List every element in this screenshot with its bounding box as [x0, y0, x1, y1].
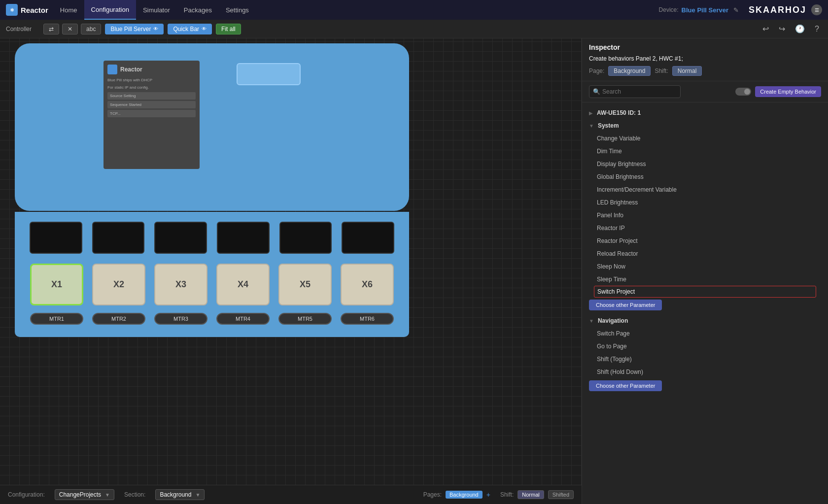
search-input[interactable]: [589, 85, 681, 98]
blue-pill-server-btn[interactable]: Blue Pill Server 👁: [105, 24, 164, 34]
screen-logo-icon: [107, 65, 117, 74]
item-switch-project[interactable]: Switch Project: [594, 286, 816, 298]
section-system[interactable]: ▼ System: [582, 119, 828, 132]
quick-bar-btn[interactable]: Quick Bar 👁: [168, 24, 212, 34]
redo-btn[interactable]: ↪: [776, 24, 788, 34]
item-go-to-page[interactable]: Go to Page: [582, 340, 828, 353]
app-logo-icon: ⚛: [6, 4, 18, 16]
inspector-list: ▶ AW-UE150 ID: 1 ▼ System Change Variabl…: [582, 102, 828, 504]
config-dropdown[interactable]: ChangeProjects ▼: [55, 489, 114, 500]
item-sleep-time[interactable]: Sleep Time: [582, 273, 828, 286]
nav-configuration[interactable]: Configuration: [84, 0, 136, 20]
chevron-right-icon: ▶: [589, 110, 593, 116]
main-btn-x4[interactable]: X4: [216, 264, 270, 305]
main-layout: Reactor Blue Pill ships with DHCP For st…: [0, 38, 828, 504]
brand-logo: SKAARHOJ: [749, 5, 806, 15]
device-top-button[interactable]: [237, 63, 301, 85]
add-page-btn[interactable]: +: [486, 491, 490, 499]
item-increment-decrement[interactable]: Increment/Decrement Variable: [582, 183, 828, 196]
shift-shifted-btn[interactable]: Shifted: [548, 490, 574, 499]
controller-display[interactable]: Reactor Blue Pill ships with DHCP For st…: [0, 38, 582, 485]
inspector-subtitle: Create behaviors Panel 2, HWC #1;: [589, 55, 821, 62]
nav-home[interactable]: Home: [53, 0, 84, 20]
search-icon: 🔍: [593, 88, 600, 95]
mtr-label-2: MTR2: [92, 313, 145, 325]
item-display-brightness[interactable]: Display Brightness: [582, 158, 828, 170]
item-reactor-ip[interactable]: Reactor IP: [582, 222, 828, 235]
controller-label: Controller: [6, 26, 32, 33]
item-panel-info[interactable]: Panel Info: [582, 209, 828, 222]
display-row: [30, 222, 394, 254]
screen-item-1: Source Setting: [107, 92, 196, 100]
page-label: Page:: [589, 67, 604, 74]
item-reload-reactor[interactable]: Reload Reactor: [582, 247, 828, 260]
brand-icon[interactable]: ☰: [811, 4, 822, 15]
shift-section: Shift: Normal Shifted: [500, 490, 574, 499]
item-change-variable[interactable]: Change Variable: [582, 132, 828, 145]
toolbar-icon-btn-1[interactable]: ⇄: [43, 24, 59, 34]
search-row: 🔍 Create Empty Behavior: [582, 81, 828, 102]
section-dropdown[interactable]: Background ▼: [155, 489, 205, 500]
main-btn-x5[interactable]: X5: [278, 264, 332, 305]
device-name: Blue Pill Server: [682, 6, 728, 14]
nav-settings[interactable]: Settings: [219, 0, 256, 20]
item-led-brightness[interactable]: LED Brightness: [582, 196, 828, 209]
display-btn-4[interactable]: [217, 222, 270, 254]
mtr-row: MTR1 MTR2 MTR3 MTR4 MTR5 MTR6: [30, 313, 394, 325]
nav-packages[interactable]: Packages: [177, 0, 219, 20]
config-label: Configuration:: [8, 491, 45, 498]
main-btn-x6[interactable]: X6: [341, 264, 394, 305]
page-badge-background[interactable]: Background: [446, 491, 483, 499]
item-sleep-now[interactable]: Sleep Now: [582, 260, 828, 273]
top-nav: ⚛ Reactor Home Configuration Simulator P…: [0, 0, 828, 20]
item-dim-time[interactable]: Dim Time: [582, 145, 828, 158]
item-switch-page[interactable]: Switch Page: [582, 327, 828, 340]
main-btn-x3[interactable]: X3: [154, 264, 207, 305]
inspector-page-badge[interactable]: Background: [608, 66, 651, 76]
mtr-label-4: MTR4: [216, 313, 270, 325]
section-aw-label: AW-UE150 ID: 1: [597, 109, 641, 116]
item-shift-toggle[interactable]: Shift (Toggle): [582, 353, 828, 366]
main-btn-x1[interactable]: X1: [30, 264, 83, 305]
screen-item-3: TCP...: [107, 110, 196, 117]
mtr-label-6: MTR6: [341, 313, 394, 325]
inspector-shift-badge[interactable]: Normal: [672, 66, 702, 76]
device-screen: Reactor Blue Pill ships with DHCP For st…: [104, 61, 200, 169]
nav-simulator[interactable]: Simulator: [136, 0, 177, 20]
edit-icon[interactable]: ✎: [733, 6, 739, 14]
display-btn-1[interactable]: [30, 222, 82, 254]
inspector-header: Inspector Create behaviors Panel 2, HWC …: [582, 38, 828, 81]
page-shift-row: Page: Background Shift: Normal: [589, 66, 821, 76]
help-btn[interactable]: ?: [812, 25, 822, 34]
display-btn-5[interactable]: [279, 222, 332, 254]
toggle-switch[interactable]: [735, 88, 751, 96]
create-empty-behavior-btn[interactable]: Create Empty Behavior: [755, 86, 821, 97]
search-input-wrap: 🔍: [589, 85, 731, 98]
section-navigation[interactable]: ▼ Navigation: [582, 314, 828, 327]
section-aw-ue150[interactable]: ▶ AW-UE150 ID: 1: [582, 106, 828, 119]
item-global-brightness[interactable]: Global Brightness: [582, 170, 828, 183]
screen-text-2: For static IP and config.: [107, 85, 196, 90]
button-row: X1 X2 X3 X4 X5 X6: [30, 264, 394, 305]
mtr-label-3: MTR3: [154, 313, 207, 325]
main-btn-x2[interactable]: X2: [92, 264, 145, 305]
toolbar-icon-btn-3[interactable]: abc: [81, 24, 101, 34]
shift-normal-btn[interactable]: Normal: [518, 490, 544, 499]
choose-param-btn-nav[interactable]: Choose other Parameter: [589, 380, 662, 391]
item-shift-hold-down[interactable]: Shift (Hold Down): [582, 366, 828, 378]
undo-btn[interactable]: ↩: [759, 24, 772, 34]
item-reactor-project[interactable]: Reactor Project: [582, 235, 828, 247]
display-btn-3[interactable]: [154, 222, 207, 254]
screen-logo: Reactor: [107, 65, 196, 74]
choose-param-btn-system[interactable]: Choose other Parameter: [589, 300, 662, 310]
display-btn-2[interactable]: [92, 222, 145, 254]
screen-item-2: Sequence Started: [107, 101, 196, 108]
history-btn[interactable]: 🕐: [792, 24, 808, 34]
display-btn-6[interactable]: [342, 222, 394, 254]
section-navigation-label: Navigation: [598, 317, 628, 324]
section-value: Background: [160, 491, 191, 498]
app-logo-text: Reactor: [21, 6, 48, 14]
fit-all-btn[interactable]: Fit all: [216, 24, 241, 34]
section-label: Section:: [124, 491, 145, 498]
toolbar-icon-btn-2[interactable]: ✕: [62, 24, 78, 34]
